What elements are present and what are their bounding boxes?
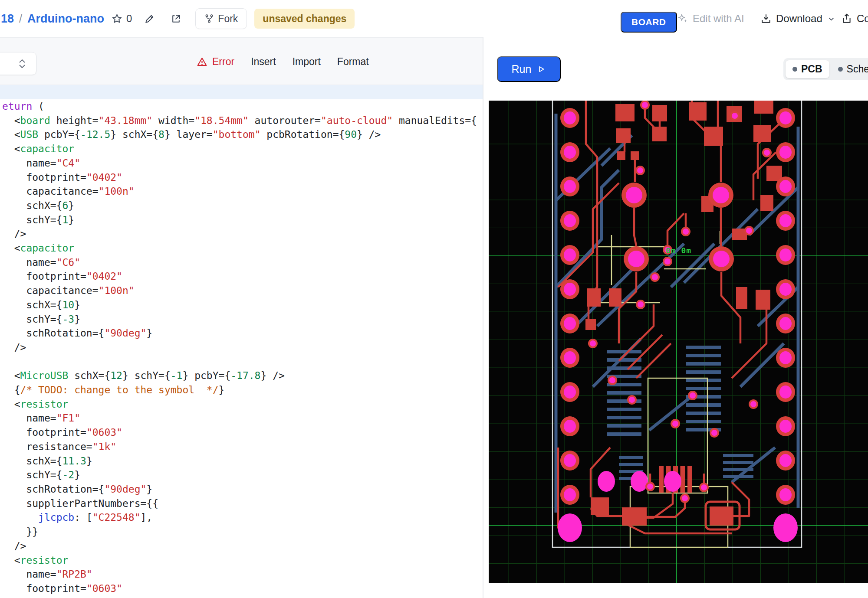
download-icon [760, 13, 772, 24]
star-icon [111, 13, 123, 25]
insert-menu-button[interactable]: Insert [251, 56, 276, 68]
share-upload-icon [841, 13, 852, 24]
edit-with-ai-button[interactable]: Edit with AI [677, 0, 744, 37]
star-button[interactable] [111, 13, 123, 25]
run-label: Run [512, 63, 532, 75]
file-select[interactable] [0, 52, 36, 75]
rename-button[interactable] [144, 13, 155, 24]
pcb-render: 0m 0m [489, 101, 868, 583]
pcb-canvas[interactable]: 0m 0m [489, 101, 868, 583]
chevron-up-down-icon [18, 59, 26, 69]
editor-active-line-highlight [0, 85, 483, 99]
run-button[interactable]: Run [497, 56, 561, 82]
breadcrumb-project-link[interactable]: Arduino-nano [27, 12, 104, 26]
view-toggle-group: PCB Schematic [783, 58, 868, 80]
code-editor[interactable]: eturn ( <board height="43.18mm" width="1… [2, 99, 483, 598]
sparkle-icon [677, 13, 688, 24]
tab-schematic[interactable]: Schematic [831, 60, 868, 78]
board-button[interactable]: BOARD [621, 12, 677, 33]
tab-schematic-label: Schematic [847, 63, 868, 75]
edit-with-ai-label: Edit with AI [693, 13, 744, 25]
download-label: Download [776, 13, 822, 25]
import-menu-button[interactable]: Import [293, 56, 321, 68]
fork-label: Fork [218, 13, 238, 25]
error-label: Error [212, 56, 234, 68]
schematic-status-dot [838, 67, 843, 72]
chevron-down-icon [828, 15, 835, 23]
app-header: 18 / Arduino-nano 0 Fork [0, 0, 868, 37]
copy-button[interactable]: Co [841, 0, 868, 37]
preview-toolbar: Run PCB Schematic [483, 37, 868, 101]
pencil-icon [144, 13, 155, 24]
warning-icon [196, 56, 208, 68]
external-link-icon [171, 13, 181, 24]
star-count: 0 [126, 13, 132, 25]
pcb-cursor-coordinates: 0m 0m [666, 246, 691, 255]
pcb-status-dot [792, 67, 797, 72]
copy-label: Co [857, 13, 868, 25]
open-external-button[interactable] [171, 13, 181, 24]
format-menu-button[interactable]: Format [337, 56, 369, 68]
download-button[interactable]: Download [760, 0, 835, 37]
breadcrumb-separator: / [19, 13, 22, 25]
play-icon [537, 65, 546, 74]
panel-divider[interactable] [483, 37, 483, 598]
editor-toolbar: Error Insert Import Format [0, 37, 483, 85]
error-menu-button[interactable]: Error [196, 56, 234, 68]
tab-pcb[interactable]: PCB [786, 60, 829, 78]
tab-pcb-label: PCB [801, 63, 822, 75]
breadcrumb-owner[interactable]: 18 [1, 12, 14, 26]
fork-button[interactable]: Fork [195, 8, 247, 29]
unsaved-changes-badge: unsaved changes [254, 9, 355, 29]
fork-icon [204, 14, 214, 23]
